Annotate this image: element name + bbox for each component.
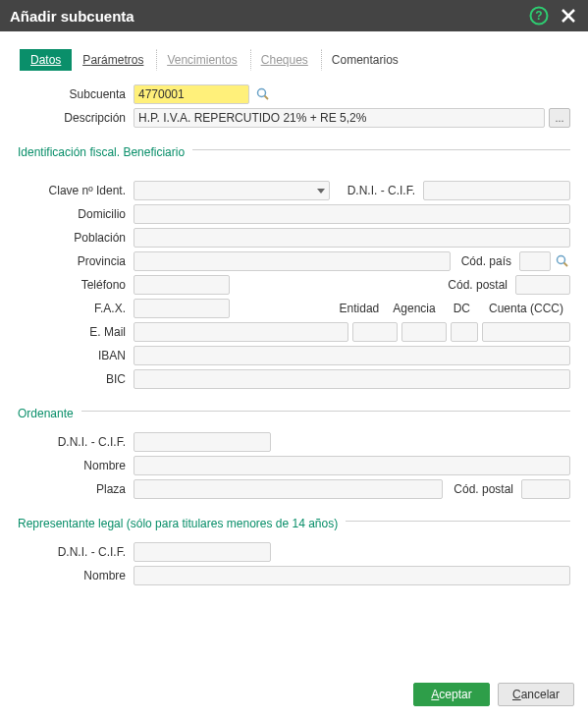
ordenante-nombre-input[interactable] bbox=[134, 456, 570, 475]
divider bbox=[81, 411, 570, 412]
representante-dni-label: D.N.I. - C.I.F. bbox=[18, 545, 134, 559]
ordenante-plaza-input[interactable] bbox=[134, 479, 443, 499]
domicilio-label: Domicilio bbox=[18, 207, 134, 221]
ordenante-dni-input[interactable] bbox=[134, 432, 271, 452]
svg-point-4 bbox=[258, 89, 266, 97]
entidad-input[interactable] bbox=[352, 322, 398, 342]
representante-nombre-label: Nombre bbox=[18, 569, 134, 582]
fax-input[interactable] bbox=[134, 299, 230, 318]
tab-bar: Datos Parámetros Vencimientos Cheques Co… bbox=[0, 31, 588, 77]
search-icon[interactable] bbox=[255, 86, 271, 102]
section-identificacion-legend: Identificación fiscal. Beneficiario bbox=[18, 139, 185, 159]
help-icon[interactable]: ? bbox=[529, 6, 549, 26]
ordenante-plaza-label: Plaza bbox=[18, 482, 134, 496]
svg-text:?: ? bbox=[535, 9, 542, 23]
descripcion-label: Descripción bbox=[18, 111, 134, 125]
clave-label: Clave nº Ident. bbox=[18, 184, 134, 197]
dialog-footer: Aceptar Cancelar bbox=[0, 673, 588, 720]
divider bbox=[346, 521, 570, 522]
close-icon[interactable] bbox=[559, 6, 578, 26]
dni-input[interactable] bbox=[423, 181, 570, 200]
iban-label: IBAN bbox=[18, 349, 134, 362]
clave-dropdown[interactable] bbox=[134, 181, 330, 200]
cuenta-input[interactable] bbox=[482, 322, 570, 342]
cancel-button[interactable]: Cancelar bbox=[498, 683, 574, 706]
svg-point-6 bbox=[558, 256, 565, 264]
svg-line-7 bbox=[564, 263, 568, 267]
telefono-label: Teléfono bbox=[18, 278, 134, 292]
dc-input[interactable] bbox=[451, 322, 478, 342]
codpostal-label: Cód. postal bbox=[448, 278, 515, 292]
entidad-label: Entidad bbox=[340, 302, 380, 315]
divider bbox=[192, 149, 570, 150]
accept-button[interactable]: Aceptar bbox=[413, 683, 490, 706]
tab-vencimientos[interactable]: Vencimientos bbox=[156, 49, 247, 71]
provincia-label: Provincia bbox=[18, 254, 134, 268]
codpais-label: Cód. país bbox=[451, 254, 519, 268]
fax-label: F.A.X. bbox=[18, 302, 134, 315]
dni-label: D.N.I. - C.I.F. bbox=[330, 184, 423, 197]
poblacion-input[interactable] bbox=[134, 228, 570, 248]
ordenante-codpostal-label: Cód. postal bbox=[443, 482, 521, 496]
ordenante-nombre-label: Nombre bbox=[18, 459, 134, 472]
domicilio-input[interactable] bbox=[134, 204, 570, 224]
iban-input[interactable] bbox=[134, 346, 570, 365]
telefono-input[interactable] bbox=[134, 275, 230, 295]
search-icon[interactable] bbox=[555, 253, 570, 269]
agencia-input[interactable] bbox=[401, 322, 447, 342]
window-title: Añadir subcuenta bbox=[10, 8, 529, 25]
poblacion-label: Población bbox=[18, 231, 134, 245]
descripcion-more-button[interactable]: ... bbox=[549, 108, 570, 128]
section-ordenante-legend: Ordenante bbox=[18, 401, 74, 420]
svg-line-5 bbox=[265, 96, 269, 100]
descripcion-input[interactable] bbox=[134, 108, 545, 128]
codpostal-input[interactable] bbox=[515, 275, 570, 295]
subcuenta-label: Subcuenta bbox=[18, 87, 134, 101]
tab-cheques[interactable]: Cheques bbox=[250, 49, 319, 71]
bic-input[interactable] bbox=[134, 369, 570, 389]
tab-datos[interactable]: Datos bbox=[20, 49, 72, 71]
representante-nombre-input[interactable] bbox=[134, 566, 570, 585]
subcuenta-input[interactable] bbox=[134, 84, 249, 104]
section-representante-legend: Representante legal (sólo para titulares… bbox=[18, 511, 338, 530]
title-bar: Añadir subcuenta ? bbox=[0, 0, 588, 31]
representante-dni-input[interactable] bbox=[134, 542, 271, 562]
chevron-down-icon bbox=[317, 189, 325, 194]
tab-comentarios[interactable]: Comentarios bbox=[321, 49, 409, 71]
ordenante-codpostal-input[interactable] bbox=[521, 479, 570, 499]
email-input[interactable] bbox=[134, 322, 348, 342]
provincia-input[interactable] bbox=[134, 251, 451, 271]
tab-parametros[interactable]: Parámetros bbox=[72, 49, 154, 71]
agencia-label: Agencia bbox=[393, 302, 435, 315]
bic-label: BIC bbox=[18, 372, 134, 386]
cuenta-label: Cuenta (CCC) bbox=[482, 302, 570, 315]
ordenante-dni-label: D.N.I. - C.I.F. bbox=[18, 435, 134, 449]
email-label: E. Mail bbox=[18, 325, 134, 339]
codpais-input[interactable] bbox=[519, 251, 551, 271]
dc-label: DC bbox=[454, 302, 470, 315]
